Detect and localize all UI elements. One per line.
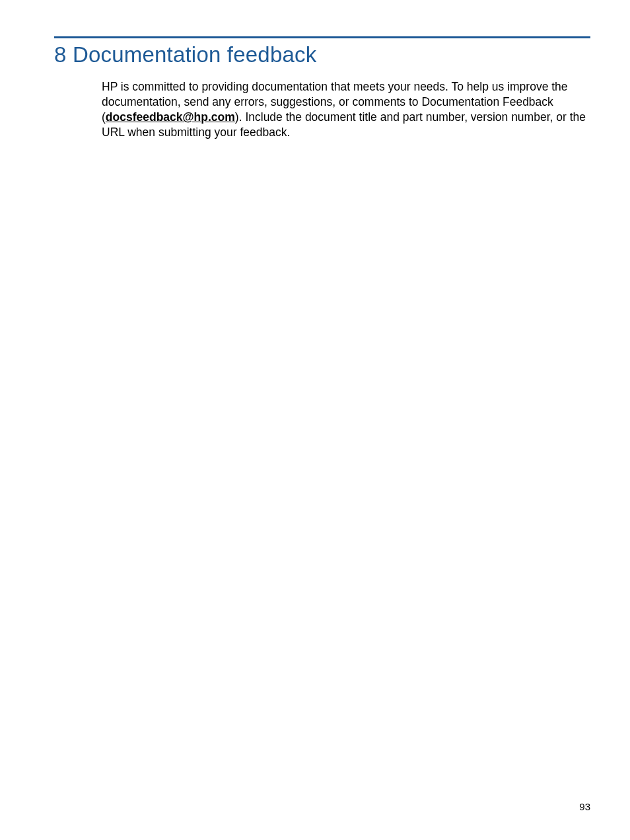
feedback-email-link[interactable]: docsfeedback@hp.com	[106, 110, 235, 124]
page-number: 93	[579, 801, 590, 812]
body-paragraph: HP is committed to providing documentati…	[102, 79, 590, 140]
chapter-heading: 8 Documentation feedback	[54, 42, 590, 67]
heading-rule	[54, 36, 590, 38]
document-page: 8 Documentation feedback HP is committed…	[0, 0, 630, 140]
